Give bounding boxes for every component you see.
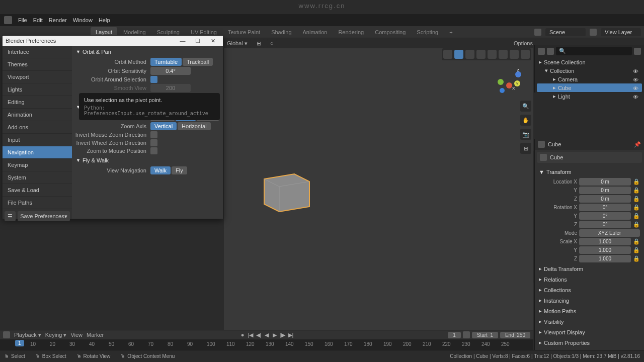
- tab-rendering[interactable]: Rendering: [333, 27, 369, 37]
- scale-y-field[interactable]: 1.000: [579, 246, 631, 254]
- menu-file[interactable]: File: [18, 17, 27, 23]
- cat-addons[interactable]: Add-ons: [3, 121, 72, 134]
- cat-viewport[interactable]: Viewport: [3, 71, 72, 83]
- jump-start-icon[interactable]: |◀: [247, 331, 254, 338]
- orbit-around-sel-checkbox[interactable]: [150, 76, 157, 83]
- minimize-button[interactable]: —: [176, 37, 190, 45]
- playback-menu[interactable]: Playback ▾: [14, 332, 41, 338]
- collections-header[interactable]: ▸Collections: [539, 285, 640, 295]
- tab-animation[interactable]: Animation: [298, 27, 333, 37]
- outliner-display-icon[interactable]: [538, 48, 545, 55]
- orbit-trackball-button[interactable]: Trackball: [183, 58, 213, 66]
- menu-window[interactable]: Window: [73, 17, 93, 23]
- view-layer-field[interactable]: View Layer: [601, 28, 641, 36]
- marker-menu[interactable]: Marker: [87, 332, 104, 338]
- custom-properties-header[interactable]: ▸Custom Properties: [539, 337, 640, 348]
- lock-icon[interactable]: 🔒: [633, 187, 640, 194]
- timeline-ruler[interactable]: 1 10203040506070809010011012013014015016…: [0, 339, 533, 350]
- properties-type-icon[interactable]: [538, 141, 545, 148]
- lock-icon[interactable]: 🔒: [633, 178, 640, 186]
- zoom-icon[interactable]: 🔍: [520, 101, 531, 112]
- zoom-horizontal-button[interactable]: Horizontal: [178, 122, 211, 130]
- camera-node[interactable]: ▸Camera👁: [537, 75, 642, 83]
- fly-walk-header[interactable]: ▼Fly & Walk: [75, 155, 220, 165]
- outliner-search[interactable]: 🔍: [556, 47, 632, 55]
- tab-shading[interactable]: Shading: [266, 27, 296, 37]
- shading-rendered-icon[interactable]: [521, 50, 530, 59]
- keying-menu[interactable]: Keying ▾: [45, 332, 67, 338]
- scale-x-field[interactable]: 1.000: [579, 238, 631, 245]
- zoom-vertical-button[interactable]: Vertical: [150, 122, 177, 130]
- visibility-icon[interactable]: 👁: [633, 68, 640, 73]
- cat-interface[interactable]: Interface: [3, 46, 72, 58]
- blender-logo-icon[interactable]: [4, 16, 12, 24]
- timeline-type-icon[interactable]: [3, 331, 10, 338]
- walk-button[interactable]: Walk: [150, 166, 171, 174]
- scene-field[interactable]: Scene: [545, 28, 586, 36]
- scene-collection-node[interactable]: ▸Scene Collection: [537, 58, 642, 66]
- location-z-field[interactable]: 0 m: [579, 195, 631, 203]
- delta-transform-header[interactable]: ▸Delta Transform: [539, 263, 640, 274]
- transform-header[interactable]: ▼Transform: [539, 167, 640, 177]
- end-frame-field[interactable]: End 250: [500, 332, 530, 338]
- toggle-ortho-icon[interactable]: ⊞: [520, 143, 531, 154]
- play-icon[interactable]: ▶: [271, 331, 278, 338]
- location-y-field[interactable]: 0 m: [579, 187, 631, 194]
- pin-icon[interactable]: 📌: [634, 141, 641, 148]
- viewport-display-header[interactable]: ▸Viewport Display: [539, 327, 640, 337]
- invert-mouse-checkbox[interactable]: [150, 131, 157, 138]
- cat-file-paths[interactable]: File Paths: [3, 197, 72, 209]
- invert-wheel-checkbox[interactable]: [150, 139, 157, 146]
- cat-system[interactable]: System: [3, 171, 72, 184]
- orientation-dropdown[interactable]: Global ▾: [224, 39, 251, 48]
- current-frame-field[interactable]: 1: [448, 332, 461, 338]
- rotation-z-field[interactable]: 0°: [579, 221, 631, 228]
- next-key-icon[interactable]: |▶: [279, 331, 286, 338]
- cat-editing[interactable]: Editing: [3, 96, 72, 109]
- smooth-view-field[interactable]: 200: [150, 84, 191, 92]
- cat-keymap[interactable]: Keymap: [3, 159, 72, 171]
- prefs-menu-icon[interactable]: ☰: [5, 211, 16, 221]
- proportional-toggle[interactable]: ○: [267, 39, 277, 47]
- navigation-gizmo[interactable]: Z Y X: [493, 64, 523, 95]
- lock-icon[interactable]: 🔒: [633, 221, 640, 228]
- tab-texture-paint[interactable]: Texture Paint: [223, 27, 265, 37]
- options-dropdown[interactable]: Options: [511, 39, 536, 47]
- orbit-pan-header[interactable]: ▼Orbit & Pan: [75, 47, 220, 57]
- play-reverse-icon[interactable]: ◀: [263, 331, 270, 338]
- mode-dropdown[interactable]: XYZ Euler: [579, 229, 640, 237]
- outliner-filter-toggle-icon[interactable]: [634, 48, 641, 55]
- cube-mesh[interactable]: [259, 164, 314, 214]
- orbit-sensitivity-field[interactable]: 0.4°: [150, 67, 191, 75]
- camera-view-icon[interactable]: 📷: [520, 129, 531, 140]
- outliner-filter-icon[interactable]: [547, 48, 554, 55]
- menu-render[interactable]: Render: [49, 17, 67, 23]
- cat-save-load[interactable]: Save & Load: [3, 184, 72, 197]
- shading-material-icon[interactable]: [510, 50, 519, 59]
- cat-navigation[interactable]: Navigation: [3, 146, 72, 159]
- select-visibility-icon[interactable]: [443, 50, 452, 59]
- fly-button[interactable]: Fly: [172, 166, 187, 174]
- rotation-y-field[interactable]: 0°: [579, 212, 631, 220]
- cat-lights[interactable]: Lights: [3, 83, 72, 96]
- playhead[interactable]: 1: [15, 340, 24, 346]
- visibility-header[interactable]: ▸Visibility: [539, 316, 640, 327]
- lock-icon[interactable]: 🔒: [633, 213, 640, 220]
- menu-edit[interactable]: Edit: [33, 17, 43, 23]
- tab-compositing[interactable]: Compositing: [370, 27, 411, 37]
- light-node[interactable]: ▸Light👁: [537, 92, 642, 101]
- object-name-field[interactable]: Cube: [550, 154, 563, 160]
- lock-icon[interactable]: 🔒: [633, 255, 640, 262]
- instancing-header[interactable]: ▸Instancing: [539, 295, 640, 306]
- close-button[interactable]: ✕: [206, 37, 220, 45]
- jump-end-icon[interactable]: ▶|: [287, 331, 294, 338]
- visibility-icon[interactable]: 👁: [633, 85, 640, 90]
- rotation-x-field[interactable]: 0°: [579, 204, 631, 211]
- motion-paths-header[interactable]: ▸Motion Paths: [539, 306, 640, 316]
- view-menu[interactable]: View: [70, 332, 83, 338]
- cat-themes[interactable]: Themes: [3, 58, 72, 71]
- visibility-icon[interactable]: 👁: [633, 94, 640, 99]
- relations-header[interactable]: ▸Relations: [539, 274, 640, 285]
- cube-node[interactable]: ▸Cube👁: [537, 83, 642, 92]
- start-frame-field[interactable]: Start 1: [472, 332, 498, 338]
